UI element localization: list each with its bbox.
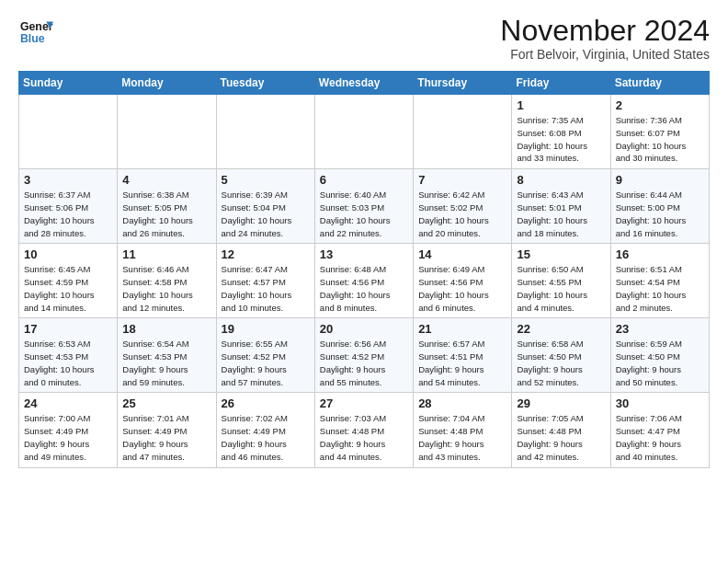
- header-day: Monday: [118, 72, 216, 95]
- calendar-cell: 23Sunrise: 6:59 AM Sunset: 4:50 PM Dayli…: [610, 318, 709, 393]
- day-info: Sunrise: 6:45 AM Sunset: 4:59 PM Dayligh…: [24, 263, 112, 314]
- calendar-cell: 27Sunrise: 7:03 AM Sunset: 4:48 PM Dayli…: [314, 393, 413, 467]
- calendar-cell: 14Sunrise: 6:49 AM Sunset: 4:56 PM Dayli…: [414, 244, 512, 318]
- day-number: 6: [320, 173, 408, 187]
- day-number: 14: [418, 247, 506, 261]
- day-number: 19: [222, 322, 310, 336]
- day-number: 1: [517, 98, 605, 112]
- day-info: Sunrise: 6:55 AM Sunset: 4:52 PM Dayligh…: [222, 338, 310, 388]
- calendar-week: 17Sunrise: 6:53 AM Sunset: 4:53 PM Dayli…: [19, 318, 710, 393]
- header-day: Wednesday: [314, 72, 413, 95]
- day-number: 9: [616, 173, 704, 187]
- calendar-cell: 17Sunrise: 6:53 AM Sunset: 4:53 PM Dayli…: [19, 318, 118, 393]
- calendar-cell: 21Sunrise: 6:57 AM Sunset: 4:51 PM Dayli…: [414, 318, 512, 393]
- calendar-cell: 12Sunrise: 6:47 AM Sunset: 4:57 PM Dayli…: [216, 244, 314, 318]
- calendar-cell: 19Sunrise: 6:55 AM Sunset: 4:52 PM Dayli…: [216, 318, 314, 393]
- calendar-cell: 9Sunrise: 6:44 AM Sunset: 5:00 PM Daylig…: [610, 169, 709, 244]
- day-number: 20: [320, 322, 408, 336]
- day-number: 3: [24, 173, 112, 187]
- day-info: Sunrise: 7:01 AM Sunset: 4:49 PM Dayligh…: [122, 412, 210, 463]
- day-number: 29: [517, 396, 605, 410]
- calendar-cell: 3Sunrise: 6:37 AM Sunset: 5:06 PM Daylig…: [19, 169, 118, 244]
- day-number: 18: [122, 322, 210, 336]
- day-info: Sunrise: 6:44 AM Sunset: 5:00 PM Dayligh…: [616, 189, 704, 239]
- calendar-week: 1Sunrise: 7:35 AM Sunset: 6:08 PM Daylig…: [19, 95, 710, 169]
- calendar-cell: 8Sunrise: 6:43 AM Sunset: 5:01 PM Daylig…: [512, 169, 610, 244]
- calendar-cell: 30Sunrise: 7:06 AM Sunset: 4:47 PM Dayli…: [610, 393, 709, 467]
- day-info: Sunrise: 7:35 AM Sunset: 6:08 PM Dayligh…: [517, 114, 605, 165]
- day-number: 21: [418, 322, 506, 336]
- day-info: Sunrise: 6:46 AM Sunset: 4:58 PM Dayligh…: [122, 263, 210, 314]
- svg-text:Blue: Blue: [20, 32, 45, 45]
- day-number: 25: [122, 396, 210, 410]
- day-number: 12: [222, 247, 310, 261]
- day-info: Sunrise: 6:56 AM Sunset: 4:52 PM Dayligh…: [320, 338, 408, 388]
- day-info: Sunrise: 6:53 AM Sunset: 4:53 PM Dayligh…: [24, 338, 112, 388]
- day-number: 15: [517, 247, 605, 261]
- day-number: 17: [24, 322, 112, 336]
- day-number: 4: [122, 173, 210, 187]
- calendar-week: 3Sunrise: 6:37 AM Sunset: 5:06 PM Daylig…: [19, 169, 710, 244]
- day-info: Sunrise: 6:48 AM Sunset: 4:56 PM Dayligh…: [320, 263, 408, 314]
- day-info: Sunrise: 7:05 AM Sunset: 4:48 PM Dayligh…: [517, 412, 605, 463]
- day-info: Sunrise: 6:51 AM Sunset: 4:54 PM Dayligh…: [616, 263, 704, 314]
- calendar-cell: 2Sunrise: 7:36 AM Sunset: 6:07 PM Daylig…: [610, 95, 709, 169]
- calendar-cell: 28Sunrise: 7:04 AM Sunset: 4:48 PM Dayli…: [414, 393, 512, 467]
- day-number: 28: [418, 396, 506, 410]
- day-info: Sunrise: 6:39 AM Sunset: 5:04 PM Dayligh…: [222, 189, 310, 239]
- location: Fort Belvoir, Virginia, United States: [500, 47, 710, 62]
- calendar-cell: 24Sunrise: 7:00 AM Sunset: 4:49 PM Dayli…: [19, 393, 118, 467]
- calendar-cell: 4Sunrise: 6:38 AM Sunset: 5:05 PM Daylig…: [118, 169, 216, 244]
- day-info: Sunrise: 6:50 AM Sunset: 4:55 PM Dayligh…: [517, 263, 605, 314]
- calendar-week: 10Sunrise: 6:45 AM Sunset: 4:59 PM Dayli…: [19, 244, 710, 318]
- day-number: 11: [122, 247, 210, 261]
- header-day: Tuesday: [216, 72, 314, 95]
- day-info: Sunrise: 7:03 AM Sunset: 4:48 PM Dayligh…: [320, 412, 408, 463]
- day-number: 24: [24, 396, 112, 410]
- calendar-week: 24Sunrise: 7:00 AM Sunset: 4:49 PM Dayli…: [19, 393, 710, 467]
- page: General Blue November 2024 Fort Belvoir,…: [0, 0, 728, 477]
- day-info: Sunrise: 6:37 AM Sunset: 5:06 PM Dayligh…: [24, 189, 112, 239]
- day-number: 5: [222, 173, 310, 187]
- calendar-cell: [118, 95, 216, 169]
- day-info: Sunrise: 7:36 AM Sunset: 6:07 PM Dayligh…: [616, 114, 704, 165]
- calendar-cell: 13Sunrise: 6:48 AM Sunset: 4:56 PM Dayli…: [314, 244, 413, 318]
- day-info: Sunrise: 6:58 AM Sunset: 4:50 PM Dayligh…: [517, 338, 605, 388]
- calendar-cell: [19, 95, 118, 169]
- day-info: Sunrise: 6:49 AM Sunset: 4:56 PM Dayligh…: [418, 263, 506, 314]
- day-number: 7: [418, 173, 506, 187]
- day-number: 10: [24, 247, 112, 261]
- day-info: Sunrise: 6:38 AM Sunset: 5:05 PM Dayligh…: [122, 189, 210, 239]
- logo: General Blue: [18, 15, 53, 50]
- day-info: Sunrise: 6:54 AM Sunset: 4:53 PM Dayligh…: [122, 338, 210, 388]
- logo-icon: General Blue: [18, 15, 53, 50]
- calendar-cell: 25Sunrise: 7:01 AM Sunset: 4:49 PM Dayli…: [118, 393, 216, 467]
- day-number: 27: [320, 396, 408, 410]
- header-row: SundayMondayTuesdayWednesdayThursdayFrid…: [19, 72, 710, 95]
- header-day: Thursday: [414, 72, 512, 95]
- calendar-cell: 10Sunrise: 6:45 AM Sunset: 4:59 PM Dayli…: [19, 244, 118, 318]
- day-info: Sunrise: 6:59 AM Sunset: 4:50 PM Dayligh…: [616, 338, 704, 388]
- day-number: 23: [616, 322, 704, 336]
- day-info: Sunrise: 6:47 AM Sunset: 4:57 PM Dayligh…: [222, 263, 310, 314]
- calendar-cell: 22Sunrise: 6:58 AM Sunset: 4:50 PM Dayli…: [512, 318, 610, 393]
- calendar-cell: 20Sunrise: 6:56 AM Sunset: 4:52 PM Dayli…: [314, 318, 413, 393]
- day-info: Sunrise: 6:43 AM Sunset: 5:01 PM Dayligh…: [517, 189, 605, 239]
- day-number: 2: [616, 98, 704, 112]
- day-number: 16: [616, 247, 704, 261]
- month-title: November 2024: [500, 15, 710, 47]
- calendar-cell: 18Sunrise: 6:54 AM Sunset: 4:53 PM Dayli…: [118, 318, 216, 393]
- day-number: 30: [616, 396, 704, 410]
- calendar: SundayMondayTuesdayWednesdayThursdayFrid…: [18, 71, 710, 467]
- calendar-cell: 11Sunrise: 6:46 AM Sunset: 4:58 PM Dayli…: [118, 244, 216, 318]
- day-info: Sunrise: 7:02 AM Sunset: 4:49 PM Dayligh…: [222, 412, 310, 463]
- day-info: Sunrise: 6:40 AM Sunset: 5:03 PM Dayligh…: [320, 189, 408, 239]
- header-day: Sunday: [19, 72, 118, 95]
- calendar-cell: [314, 95, 413, 169]
- calendar-cell: 15Sunrise: 6:50 AM Sunset: 4:55 PM Dayli…: [512, 244, 610, 318]
- day-info: Sunrise: 6:42 AM Sunset: 5:02 PM Dayligh…: [418, 189, 506, 239]
- title-block: November 2024 Fort Belvoir, Virginia, Un…: [500, 15, 710, 62]
- day-number: 8: [517, 173, 605, 187]
- day-info: Sunrise: 6:57 AM Sunset: 4:51 PM Dayligh…: [418, 338, 506, 388]
- day-number: 22: [517, 322, 605, 336]
